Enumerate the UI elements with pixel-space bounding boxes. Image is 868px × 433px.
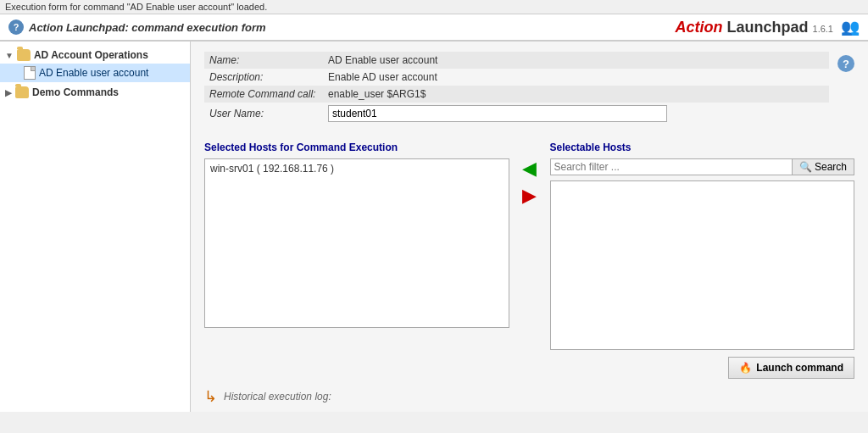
description-value: Enable AD user account	[323, 69, 829, 86]
move-right-button[interactable]: ▶	[518, 186, 542, 206]
arrow-return-icon: ↳	[204, 387, 217, 406]
username-label: User Name:	[204, 103, 323, 125]
selected-hosts-listbox[interactable]: win-srv01 ( 192.168.11.76 )	[204, 158, 509, 328]
form-row-name: Name: AD Enable user account	[204, 52, 829, 69]
search-button[interactable]: 🔍 Search	[793, 158, 854, 175]
launch-command-button[interactable]: 🔥 Launch command	[728, 357, 854, 379]
expand-icon: ▼	[5, 51, 14, 60]
header: ? Action Launchpad: command execution fo…	[0, 14, 868, 42]
historical-label: Historical execution log:	[224, 391, 331, 402]
sidebar-group-label-ad: AD Account Operations	[34, 49, 148, 61]
selectable-hosts-listbox[interactable]	[550, 180, 855, 350]
selectable-hosts-panel: Selectable Hosts 🔍 Search	[550, 142, 855, 350]
sidebar-group-header-demo[interactable]: ▶ Demo Commands	[0, 84, 190, 101]
selected-hosts-title: Selected Hosts for Command Execution	[204, 142, 509, 153]
launch-btn-label: Launch command	[756, 362, 843, 374]
logo-users-icon: 👥	[841, 19, 860, 36]
header-left: ? Action Launchpad: command execution fo…	[8, 19, 266, 35]
sidebar-item-ad-enable[interactable]: AD Enable user account	[0, 64, 190, 82]
doc-icon	[24, 66, 36, 80]
form-table: Name: AD Enable user account Description…	[204, 52, 829, 125]
launch-section: 🔥 Launch command	[204, 357, 854, 379]
content-area: Name: AD Enable user account Description…	[191, 42, 868, 412]
sidebar-group-demo: ▶ Demo Commands	[0, 84, 190, 101]
header-logo: Action Launchpad 1.6.1 👥	[675, 18, 860, 36]
name-label: Name:	[204, 52, 323, 69]
form-header-row: Name: AD Enable user account Description…	[204, 52, 854, 135]
arrow-right-icon: ▶	[522, 185, 537, 207]
content-help-icon[interactable]: ?	[837, 55, 854, 72]
arrow-left-icon: ◀	[522, 158, 537, 180]
sidebar-group-header-ad[interactable]: ▼ AD Account Operations	[0, 47, 190, 64]
historical-section: ↳ Historical execution log:	[204, 387, 854, 406]
selectable-hosts-title: Selectable Hosts	[550, 142, 855, 153]
remote-command-label: Remote Command call:	[204, 86, 323, 103]
username-input[interactable]	[328, 105, 667, 122]
status-message: Execution form for command "AD Enable us…	[5, 2, 267, 12]
sidebar-group-ad-account: ▼ AD Account Operations AD Enable user a…	[0, 47, 190, 82]
transfer-buttons: ◀ ▶	[509, 158, 550, 206]
search-btn-label: Search	[815, 161, 847, 173]
remote-command-value: enable_user $ARG1$	[323, 86, 829, 103]
hosts-section: Selected Hosts for Command Execution win…	[204, 142, 854, 350]
form-row-remote-command: Remote Command call: enable_user $ARG1$	[204, 86, 829, 103]
form-row-username: User Name:	[204, 103, 829, 125]
search-input[interactable]	[550, 158, 793, 175]
sidebar-group-label-demo: Demo Commands	[32, 86, 119, 98]
logo-action: Action	[675, 19, 722, 36]
sidebar-item-label-ad-enable: AD Enable user account	[39, 67, 148, 79]
logo-launchpad: Launchpad 1.6.1	[726, 19, 833, 36]
description-label: Description:	[204, 69, 323, 86]
form-row-description: Description: Enable AD user account	[204, 69, 829, 86]
search-row: 🔍 Search	[550, 158, 855, 175]
sidebar: ▼ AD Account Operations AD Enable user a…	[0, 42, 191, 412]
search-icon: 🔍	[799, 161, 812, 173]
folder-icon-demo	[15, 86, 29, 98]
header-title: Action Launchpad: command execution form	[29, 21, 266, 34]
selected-hosts-panel: Selected Hosts for Command Execution win…	[204, 142, 509, 328]
selected-host-item[interactable]: win-srv01 ( 192.168.11.76 )	[207, 161, 507, 176]
launch-icon: 🔥	[739, 362, 752, 374]
main-layout: ▼ AD Account Operations AD Enable user a…	[0, 42, 868, 412]
username-value	[323, 103, 829, 125]
move-left-button[interactable]: ◀	[518, 158, 542, 179]
folder-icon	[17, 49, 31, 61]
name-value: AD Enable user account	[323, 52, 829, 69]
expand-icon-demo: ▶	[5, 88, 12, 97]
status-bar: Execution form for command "AD Enable us…	[0, 0, 868, 14]
help-icon[interactable]: ?	[8, 19, 24, 35]
